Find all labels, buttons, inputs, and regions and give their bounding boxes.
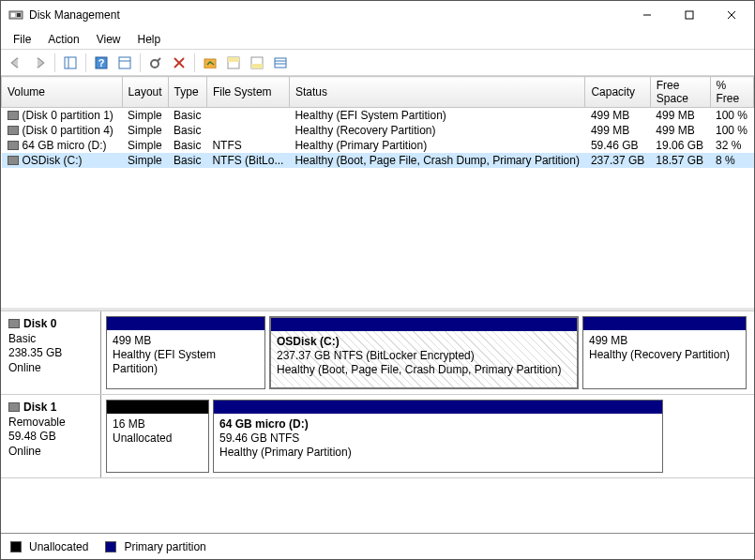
volume-row[interactable]: (Disk 0 partition 1)SimpleBasicHealthy (… (2, 108, 754, 124)
disk-row: Disk 1Removable59.48 GBOnline16 MBUnallo… (1, 395, 754, 478)
disk-partitions: 499 MBHealthy (EFI System Partition)OSDi… (101, 311, 754, 394)
svg-rect-17 (204, 59, 216, 68)
volume-row[interactable]: 64 GB micro (D:)SimpleBasicNTFSHealthy (… (2, 138, 754, 153)
col-layout[interactable]: Layout (122, 77, 168, 108)
minimize-button[interactable] (626, 2, 668, 28)
volume-row[interactable]: OSDisk (C:)SimpleBasicNTFS (BitLo...Heal… (2, 153, 754, 168)
disk-icon (8, 126, 19, 135)
top-view-button[interactable] (222, 52, 245, 74)
svg-rect-2 (17, 13, 21, 17)
partition-body: 499 MBHealthy (Recovery Partition) (583, 330, 746, 388)
volume-list-pane: Volume Layout Type File System Status Ca… (1, 76, 754, 310)
disk-meta[interactable]: Disk 1Removable59.48 GBOnline (1, 395, 101, 477)
legend-label: Unallocated (29, 540, 88, 553)
disk-meta[interactable]: Disk 0Basic238.35 GBOnline (1, 311, 101, 394)
disk-management-window: Disk Management File Action View Help ? … (0, 0, 755, 560)
partition[interactable]: 499 MBHealthy (EFI System Partition) (106, 316, 265, 389)
svg-rect-19 (228, 57, 239, 62)
volume-header-row: Volume Layout Type File System Status Ca… (2, 77, 754, 108)
partition[interactable]: 64 GB micro (D:)59.46 GB NTFSHealthy (Pr… (213, 400, 663, 473)
partition-stripe (271, 318, 577, 331)
menu-file[interactable]: File (5, 31, 39, 48)
svg-rect-7 (65, 57, 76, 68)
col-status[interactable]: Status (289, 77, 584, 108)
partition[interactable]: 16 MBUnallocated (106, 400, 209, 473)
legend-label: Primary partition (124, 540, 205, 553)
menu-view[interactable]: View (88, 31, 129, 48)
svg-rect-11 (119, 57, 130, 68)
back-button[interactable] (5, 52, 27, 74)
disk-icon (8, 141, 19, 150)
refresh-button[interactable] (144, 52, 167, 74)
menu-action[interactable]: Action (39, 31, 87, 48)
settings-button[interactable] (199, 52, 221, 74)
partition-stripe (107, 401, 208, 414)
close-button[interactable] (710, 2, 752, 28)
svg-rect-22 (275, 58, 286, 68)
partition-body: OSDisk (C:)237.37 GB NTFS (BitLocker Enc… (271, 331, 577, 387)
svg-rect-1 (11, 13, 15, 17)
app-icon (8, 8, 23, 23)
titlebar: Disk Management (1, 1, 754, 29)
col-type[interactable]: Type (168, 77, 206, 108)
disk-graphical-pane: Disk 0Basic238.35 GBOnline499 MBHealthy … (1, 310, 754, 533)
toolbar: ? (1, 50, 754, 76)
svg-rect-21 (251, 64, 263, 68)
svg-rect-4 (686, 11, 693, 19)
partition-body: 64 GB micro (D:)59.46 GB NTFSHealthy (Pr… (214, 414, 662, 472)
content-area: Volume Layout Type File System Status Ca… (1, 76, 754, 559)
delete-button[interactable] (168, 52, 190, 74)
partition[interactable]: OSDisk (C:)237.37 GB NTFS (BitLocker Enc… (269, 316, 579, 389)
disk-partitions: 16 MBUnallocated64 GB micro (D:)59.46 GB… (101, 395, 754, 477)
volume-row[interactable]: (Disk 0 partition 4)SimpleBasicHealthy (… (2, 123, 754, 138)
disk-icon (8, 319, 20, 328)
partition-stripe (107, 317, 264, 330)
partition[interactable]: 499 MBHealthy (Recovery Partition) (582, 316, 747, 389)
window-title: Disk Management (29, 8, 626, 22)
col-freespace[interactable]: Free Space (650, 77, 710, 108)
disk-row: Disk 0Basic238.35 GBOnline499 MBHealthy … (1, 311, 754, 395)
disk-icon (8, 111, 19, 120)
menubar: File Action View Help (1, 29, 754, 50)
forward-button[interactable] (28, 52, 51, 74)
col-capacity[interactable]: Capacity (585, 77, 650, 108)
list-view-button[interactable] (269, 52, 292, 74)
partition-stripe (583, 317, 746, 330)
help-button[interactable]: ? (90, 52, 113, 74)
volume-table: Volume Layout Type File System Status Ca… (1, 76, 754, 168)
svg-text:?: ? (98, 57, 105, 68)
legend: UnallocatedPrimary partition (1, 533, 754, 559)
menu-help[interactable]: Help (129, 31, 170, 48)
disk-icon (8, 156, 19, 165)
col-pctfree[interactable]: % Free (710, 77, 753, 108)
legend-swatch (105, 541, 116, 552)
partition-body: 499 MBHealthy (EFI System Partition) (107, 330, 264, 388)
partition-stripe (214, 401, 662, 414)
show-hide-console-tree-button[interactable] (59, 52, 82, 74)
disk-icon (8, 402, 20, 412)
legend-swatch (10, 541, 22, 552)
console-tree-button[interactable] (113, 52, 136, 74)
col-filesystem[interactable]: File System (206, 77, 289, 108)
svg-line-14 (158, 58, 160, 61)
maximize-button[interactable] (668, 2, 710, 28)
bottom-view-button[interactable] (246, 52, 268, 74)
partition-body: 16 MBUnallocated (107, 414, 208, 472)
svg-point-13 (151, 60, 159, 68)
col-volume[interactable]: Volume (2, 77, 123, 108)
